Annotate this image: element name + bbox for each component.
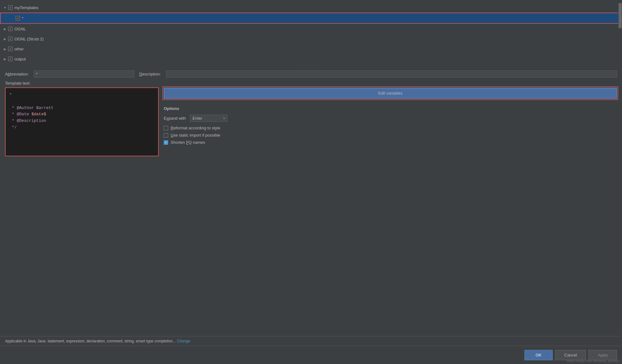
abbreviation-input[interactable] [34, 70, 134, 78]
options-title: Options [164, 106, 617, 111]
tree-item-output[interactable]: output [0, 54, 622, 64]
expand-with-label: Expand with [164, 116, 186, 121]
reformat-checkbox[interactable] [164, 126, 168, 130]
config-panel: Abbreviation: Description: Template text… [0, 67, 622, 336]
tree-item-myTemplates[interactable]: myTemplates [0, 3, 622, 13]
reformat-label: Reformat according to style [171, 126, 220, 130]
option-row-static-import: Use static import if possible [164, 133, 617, 138]
abbreviation-label: Abbreviation: [5, 72, 29, 76]
template-text-area[interactable]: * * @Author Barrett * @Date $date$ * @De… [5, 87, 159, 156]
change-link[interactable]: Change [177, 339, 190, 343]
edit-variables-button[interactable]: Edit variables [164, 88, 617, 99]
option-row-reformat: Reformat according to style [164, 126, 617, 130]
expand-with-row: Expand with Enter Tab Space [164, 115, 617, 122]
template-right: Edit variables Options Expand with Enter… [164, 81, 617, 147]
template-line-blank [9, 98, 154, 105]
checkbox-other[interactable] [8, 47, 13, 51]
tree-panel-wrapper: myTemplates * OGNL OGNL (Struts 2) [0, 0, 622, 64]
static-import-label: Use static import if possible [171, 133, 220, 138]
description-label: Description: [139, 72, 161, 76]
template-line-2: * @Author Barrett [9, 105, 154, 112]
template-section: Template text: * * @Author Barrett * @Da… [5, 81, 617, 329]
tree-label-OGNL-Struts: OGNL (Struts 2) [14, 37, 44, 41]
checkbox-OGNL-Struts[interactable] [8, 37, 13, 41]
tree-item-star[interactable]: * [0, 13, 622, 24]
tree-arrow-OGNL-Struts[interactable] [3, 36, 8, 41]
template-line-1: * [9, 92, 154, 98]
template-left: Template text: * * @Author Barrett * @Da… [5, 81, 159, 156]
tree-panel: myTemplates * OGNL OGNL (Struts 2) [0, 0, 622, 64]
option-row-shorten-fq: Shorten FQ names [164, 140, 617, 145]
scrollbar-track[interactable] [618, 0, 622, 64]
tree-item-OGNL[interactable]: OGNL [0, 24, 622, 34]
tree-item-OGNL-Struts[interactable]: OGNL (Struts 2) [0, 34, 622, 44]
checkbox-output[interactable] [8, 57, 13, 61]
tree-label-other: other [14, 47, 24, 51]
tree-label-star: * [22, 16, 24, 21]
expand-with-wrapper: Enter Tab Space [190, 115, 227, 122]
action-buttons: OK Cancel Apply [0, 346, 622, 364]
checkbox-star[interactable] [16, 16, 20, 20]
static-import-checkbox[interactable] [164, 133, 168, 138]
template-line-3: * @Date $date$ [9, 111, 154, 118]
shorten-fq-label: Shorten FQ names [171, 140, 205, 145]
tree-label-myTemplates: myTemplates [14, 5, 39, 10]
tree-arrow-output[interactable] [3, 56, 8, 61]
ok-button[interactable]: OK [524, 350, 553, 360]
options-section: Options Expand with Enter Tab Space [164, 106, 617, 147]
tree-arrow-OGNL[interactable] [3, 26, 8, 31]
template-text-label: Template text: [5, 81, 159, 86]
form-row-abbreviation: Abbreviation: Description: [5, 70, 617, 78]
checkbox-OGNL[interactable] [8, 27, 13, 31]
tree-arrow-other[interactable] [3, 46, 8, 51]
shorten-fq-checkbox[interactable] [164, 140, 168, 145]
main-container: myTemplates * OGNL OGNL (Struts 2) [0, 0, 622, 364]
template-line-5: */ [9, 124, 154, 131]
tree-label-output: output [14, 57, 26, 61]
tree-item-other[interactable]: other [0, 44, 622, 54]
checkbox-myTemplates[interactable] [8, 5, 13, 10]
divider-handle[interactable]: · · · · · · [0, 64, 622, 67]
tree-arrow-myTemplates[interactable] [3, 5, 8, 10]
tree-label-OGNL: OGNL [14, 27, 26, 31]
template-line-4: * @Description [9, 118, 154, 124]
watermark: https://blog.csdn.net/yang_guang3 [567, 359, 619, 363]
status-text: Applicable in Java; Java: statement, exp… [5, 339, 176, 343]
scrollbar-thumb[interactable] [619, 3, 622, 28]
description-input[interactable] [166, 70, 617, 78]
expand-with-select[interactable]: Enter Tab Space [190, 115, 227, 122]
status-bar: Applicable in Java; Java: statement, exp… [0, 336, 622, 346]
